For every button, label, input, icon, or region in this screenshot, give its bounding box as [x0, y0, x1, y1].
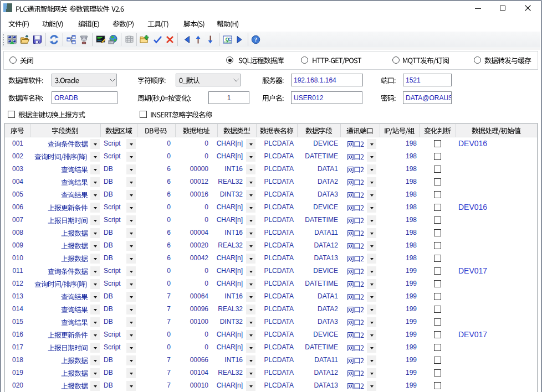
svg-text:C: C [228, 37, 232, 42]
svg-text:?: ? [254, 36, 258, 43]
